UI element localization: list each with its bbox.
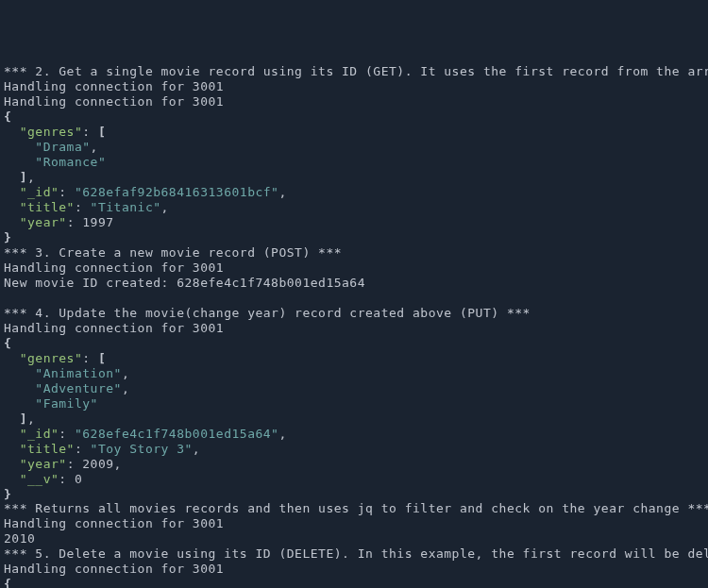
- json-colon: :: [67, 215, 83, 229]
- output-line: *** 5. Delete a movie using its ID (DELE…: [4, 546, 708, 561]
- json-indent: [4, 185, 20, 199]
- terminal-output: *** 2. Get a single movie record using i…: [4, 64, 704, 588]
- json-indent: [4, 215, 20, 229]
- json-indent: [4, 366, 35, 380]
- json-string: "Family": [35, 396, 98, 411]
- json-comma: ,: [114, 457, 122, 471]
- json-brace-open: {: [4, 109, 11, 124]
- json-key: "__v": [20, 472, 59, 486]
- json-colon: :: [75, 200, 91, 214]
- json-string: "Titanic": [91, 200, 161, 214]
- json-string: "Drama": [35, 140, 90, 154]
- output-line: Handling connection for 3001: [4, 562, 224, 576]
- json-bracket-close: ]: [20, 412, 27, 426]
- json-colon: :: [59, 185, 75, 199]
- json-brace-close: }: [4, 230, 11, 244]
- json-bracket-open: [: [98, 125, 106, 139]
- json-comma: ,: [91, 140, 98, 154]
- json-string: "628efe4c1f748b001ed15a64": [75, 427, 279, 441]
- json-key: "genres": [20, 351, 83, 365]
- json-key: "_id": [20, 185, 59, 199]
- json-indent: [4, 140, 35, 154]
- output-line: *** 3. Create a new movie record (POST) …: [4, 245, 342, 260]
- output-line: Handling connection for 3001: [4, 79, 224, 93]
- json-indent: [4, 412, 20, 426]
- json-indent: [4, 155, 35, 169]
- json-brace-open: {: [4, 577, 11, 588]
- json-indent: [4, 427, 20, 441]
- output-line: *** Returns all movies records and then …: [4, 501, 708, 515]
- json-string: "Adventure": [35, 381, 122, 395]
- json-number: 1997: [82, 215, 113, 229]
- json-indent: [4, 472, 20, 486]
- json-indent: [4, 125, 20, 139]
- json-key: "title": [20, 200, 75, 214]
- output-line: Handling connection for 3001: [4, 94, 224, 109]
- json-key: "year": [20, 457, 67, 471]
- json-string: "Romance": [35, 155, 106, 169]
- json-comma: ,: [27, 412, 35, 426]
- output-line: Handling connection for 3001: [4, 516, 224, 530]
- output-line: New movie ID created: 628efe4c1f748b001e…: [4, 276, 365, 290]
- json-colon: :: [82, 351, 98, 365]
- json-colon: :: [67, 457, 83, 471]
- json-brace-open: {: [4, 336, 11, 350]
- json-indent: [4, 442, 20, 456]
- output-line: *** 2. Get a single movie record using i…: [4, 64, 708, 78]
- json-comma: ,: [193, 442, 200, 456]
- json-string: "Toy Story 3": [91, 442, 193, 456]
- json-comma: ,: [278, 185, 286, 199]
- json-comma: ,: [122, 366, 129, 380]
- json-indent: [4, 457, 20, 471]
- json-key: "_id": [20, 427, 59, 441]
- json-string: "Animation": [35, 366, 122, 380]
- json-comma: ,: [122, 381, 129, 395]
- json-indent: [4, 381, 35, 395]
- json-colon: :: [75, 442, 91, 456]
- json-colon: :: [59, 427, 75, 441]
- json-indent: [4, 170, 20, 184]
- json-indent: [4, 200, 20, 214]
- json-number: 2009: [82, 457, 113, 471]
- json-comma: ,: [161, 200, 169, 214]
- json-comma: ,: [278, 427, 286, 441]
- output-line: 2010: [4, 531, 35, 546]
- json-colon: :: [82, 125, 98, 139]
- json-key: "genres": [20, 125, 83, 139]
- json-indent: [4, 351, 20, 365]
- output-line: Handling connection for 3001: [4, 321, 224, 335]
- json-bracket-open: [: [98, 351, 106, 365]
- json-key: "year": [20, 215, 67, 229]
- output-line: *** 4. Update the movie(change year) rec…: [4, 306, 531, 320]
- json-key: "title": [20, 442, 75, 456]
- json-indent: [4, 396, 35, 411]
- json-string: "628efaf92b68416313601bcf": [75, 185, 279, 199]
- json-brace-close: }: [4, 487, 11, 501]
- json-number: 0: [75, 472, 82, 486]
- json-colon: :: [59, 472, 75, 486]
- output-line: Handling connection for 3001: [4, 260, 224, 275]
- json-bracket-close: ]: [20, 170, 27, 184]
- json-comma: ,: [27, 170, 35, 184]
